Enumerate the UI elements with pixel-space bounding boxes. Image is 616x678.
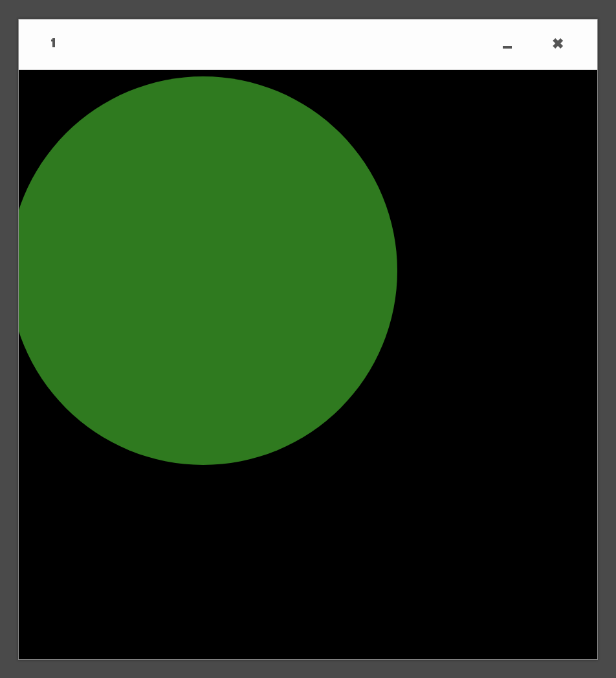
close-button[interactable]: ✖ xyxy=(551,37,565,51)
minimize-button[interactable] xyxy=(500,37,514,51)
canvas[interactable] xyxy=(19,70,597,659)
close-icon: ✖ xyxy=(552,37,564,51)
app-icon xyxy=(50,37,61,51)
minimize-icon xyxy=(503,46,512,49)
svg-rect-1 xyxy=(51,40,53,41)
titlebar[interactable]: ✖ xyxy=(19,19,597,70)
window-controls: ✖ xyxy=(500,37,565,51)
application-window: ✖ xyxy=(18,19,598,660)
circle-shape xyxy=(19,76,397,465)
